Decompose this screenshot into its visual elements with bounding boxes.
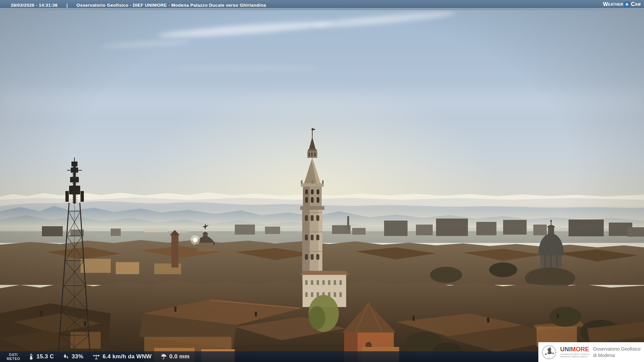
meteo-data-label: DATI METEO <box>7 353 20 361</box>
unimore-uni-text: UNI <box>560 346 571 353</box>
thermometer-icon <box>28 353 34 360</box>
city-scene <box>0 10 644 362</box>
university-subtitle: UNIVERSITÀ DEGLI STUDI DI MODENA E REGGI… <box>560 353 591 358</box>
timestamp: 28/03/2026 - 14:31:36 <box>11 3 58 8</box>
temperature-reading: 15.3 C <box>28 353 54 360</box>
weathercam-logo-w: W <box>603 1 608 7</box>
weathercam-logo: W EATHER C AM <box>603 0 641 9</box>
humidity-reading: 33% <box>63 353 84 360</box>
webcam-photo <box>0 10 644 362</box>
weathercam-logo-c: C <box>631 1 635 7</box>
rain-umbrella-icon <box>160 353 167 360</box>
camera-lens-icon <box>624 2 630 7</box>
wind-value: 6.4 km/h da WNW <box>103 353 152 360</box>
observatory-name: Osservatorio Geofisico di Modena <box>593 346 641 358</box>
weathercam-logo-eather: EATHER <box>608 2 623 6</box>
weathercam-logo-am: AM <box>635 2 641 6</box>
precipitation-value: 0.0 mm <box>169 353 190 360</box>
unimore-wordmark: UNIMORE UNIVERSITÀ DEGLI STUDI DI MODENA… <box>560 346 591 358</box>
webcam-title: Osservatorio Geofisico - DIEF UNIMORE - … <box>76 3 266 8</box>
wind-vane-icon <box>92 353 100 360</box>
humidity-icon <box>63 353 69 360</box>
header-separator: | <box>66 3 68 8</box>
webcam-header-bar: 28/03/2026 - 14:31:36 | Osservatorio Geo… <box>0 0 644 10</box>
humidity-value: 33% <box>72 353 84 360</box>
precipitation-reading: 0.0 mm <box>160 353 190 360</box>
unimore-branding-box: 1175 UNIMORE UNIVERSITÀ DEGLI STUDI DI M… <box>538 342 644 362</box>
svg-text:1175: 1175 <box>548 357 551 358</box>
temperature-value: 15.3 C <box>37 353 54 360</box>
unimore-seal-icon: 1175 <box>541 344 557 360</box>
unimore-more-text: MORE <box>571 346 589 353</box>
wind-reading: 6.4 km/h da WNW <box>92 353 152 360</box>
